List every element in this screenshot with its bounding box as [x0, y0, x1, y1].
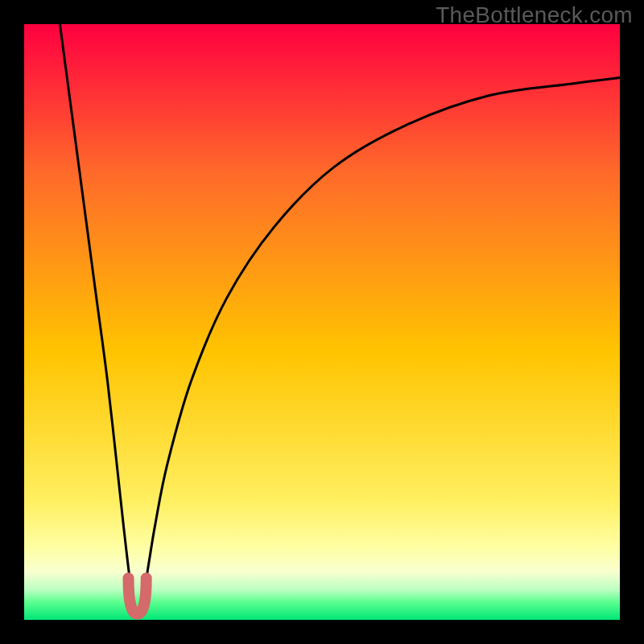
plot-area [24, 24, 620, 620]
curve-svg [24, 24, 620, 620]
chart-frame: TheBottleneck.com [0, 0, 644, 644]
watermark-text: TheBottleneck.com [436, 2, 633, 28]
bottleneck-curve-path [60, 24, 620, 614]
minimum-marker-u [129, 578, 147, 613]
